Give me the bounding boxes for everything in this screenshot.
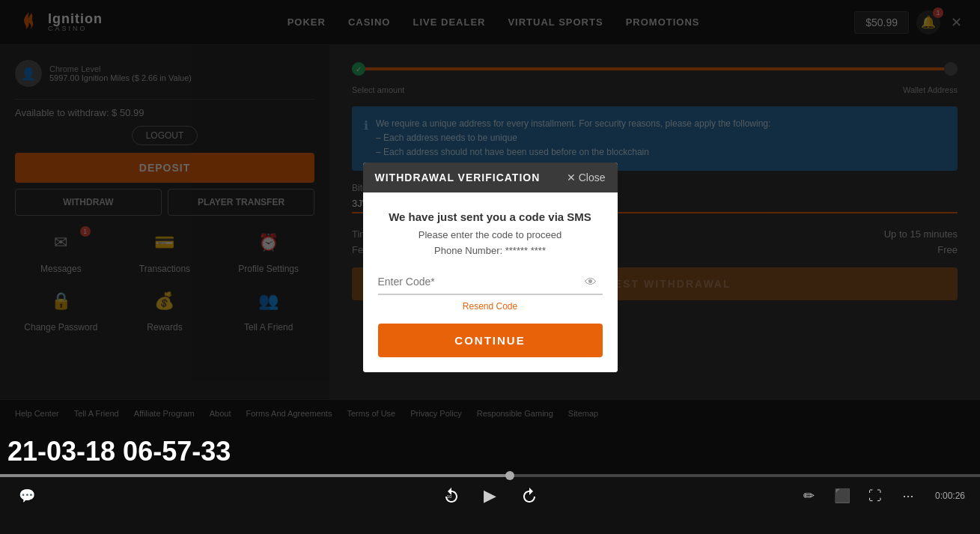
video-left-controls: 💬 — [15, 484, 39, 508]
video-right-controls: ✏ ⬛ ⛶ ··· 0:00:26 — [797, 484, 965, 508]
modal-heading: We have just sent you a code via SMS — [378, 210, 603, 223]
video-timestamp: 0:00:26 — [935, 491, 965, 501]
continue-button[interactable]: CONTINUE — [378, 324, 603, 357]
close-x-icon: ✕ — [567, 172, 576, 183]
play-button[interactable]: ▶ — [478, 484, 502, 508]
modal-subtext: Please enter the code to proceed — [378, 229, 603, 240]
close-label: Close — [579, 172, 606, 183]
eye-icon[interactable]: 👁 — [585, 276, 597, 289]
fullscreen-icon[interactable]: ⛶ — [863, 484, 887, 508]
timestamp-overlay: 21-03-18 06-57-33 — [0, 433, 238, 470]
more-options-icon[interactable]: ··· — [896, 484, 920, 508]
code-input[interactable] — [378, 270, 603, 295]
withdrawal-verification-modal: WITHDRAWAL VERIFICATION ✕ Close We have … — [363, 163, 618, 372]
resend-code-link[interactable]: Resend Code — [378, 301, 603, 312]
edit-icon[interactable]: ✏ — [797, 484, 821, 508]
video-center-controls: 10 ▶ — [439, 484, 541, 508]
caption-icon[interactable]: ⬛ — [830, 484, 854, 508]
modal-header: WITHDRAWAL VERIFICATION ✕ Close — [363, 163, 618, 192]
modal-title: WITHDRAWAL VERIFICATION — [375, 172, 541, 183]
modal-close-button[interactable]: ✕ Close — [567, 172, 606, 183]
phone-number: ****** **** — [505, 245, 546, 256]
skip-forward-button[interactable] — [517, 484, 541, 508]
video-player-bar: 💬 10 ▶ ✏ ⬛ ⛶ ··· 0:00:26 — [0, 474, 980, 534]
video-chat-button[interactable]: 💬 — [15, 484, 39, 508]
modal-body: We have just sent you a code via SMS Ple… — [363, 192, 618, 372]
svg-text:10: 10 — [446, 494, 451, 499]
phone-label: Phone Number: — [434, 245, 502, 256]
modal-phone: Phone Number: ****** **** — [378, 245, 603, 256]
skip-back-button[interactable]: 10 — [439, 484, 463, 508]
video-controls: 💬 10 ▶ ✏ ⬛ ⛶ ··· 0:00:26 — [0, 477, 980, 515]
code-input-row: 👁 — [378, 270, 603, 295]
